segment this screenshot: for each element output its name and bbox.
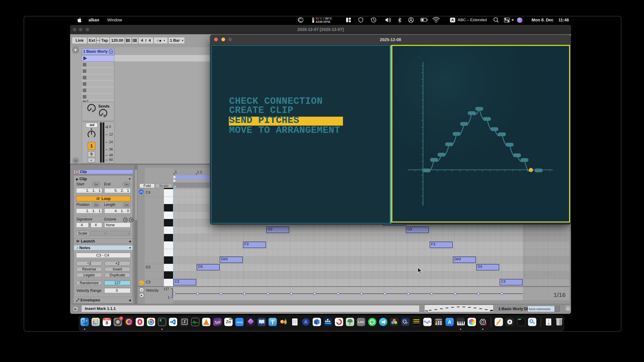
svg-text:A: A [92, 109, 94, 113]
svg-text:B: B [104, 114, 106, 118]
